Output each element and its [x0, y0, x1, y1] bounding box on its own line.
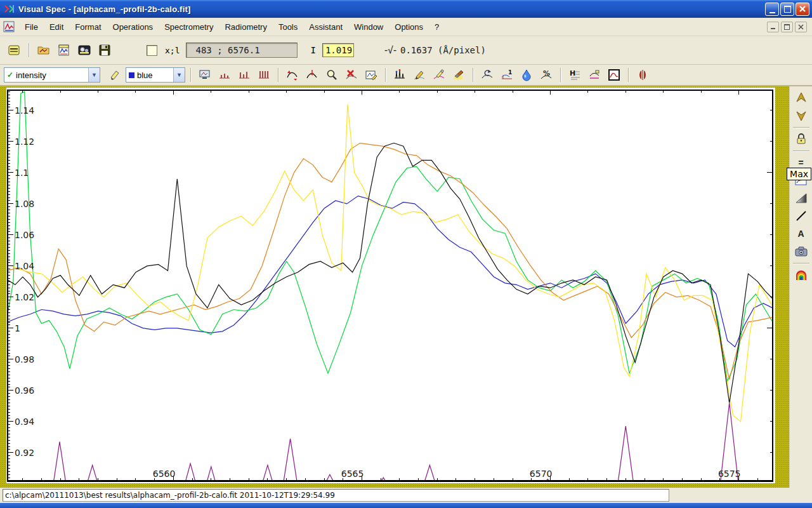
palette-icon[interactable] [793, 267, 809, 283]
menu-options[interactable]: Options [389, 20, 429, 34]
svg-text:0.94: 0.94 [15, 417, 34, 427]
chevron-down-icon[interactable]: ▼ [88, 68, 100, 82]
chevron-down-icon[interactable]: ▼ [173, 68, 185, 82]
arrow-down-icon[interactable] [793, 108, 809, 123]
svg-text:1: 1 [15, 323, 20, 333]
emission-lines-icon-3[interactable] [255, 66, 273, 84]
spectra-stack-icon[interactable] [5, 41, 23, 59]
gradient-icon[interactable] [793, 190, 809, 206]
toolbar-separator [385, 68, 386, 82]
water-drop-icon[interactable] [518, 66, 535, 84]
toolbar-separator [29, 43, 29, 57]
svg-text:0.96: 0.96 [15, 385, 34, 396]
series-toolbar: ✓intensity ▼ blue ▼ [0, 65, 812, 86]
menu-format[interactable]: Format [69, 20, 107, 34]
lock-icon[interactable] [793, 131, 809, 147]
brush-icon[interactable] [450, 66, 468, 84]
split-red-icon[interactable] [634, 66, 652, 84]
undo-curve-icon[interactable] [478, 66, 496, 84]
svg-text:6565: 6565 [341, 469, 364, 479]
delete-curve-icon[interactable] [343, 66, 360, 84]
svg-text:1.1: 1.1 [15, 168, 29, 178]
camera-icon[interactable] [793, 244, 809, 259]
mdi-close-icon [798, 24, 804, 30]
menu-window[interactable]: Window [348, 20, 389, 34]
minimize-button[interactable] [765, 3, 779, 16]
close-button[interactable] [796, 3, 809, 16]
percent-curve-icon[interactable]: % [537, 66, 555, 84]
emission-lines-icon-2[interactable] [235, 66, 253, 84]
fit-curve-icon[interactable] [284, 66, 301, 84]
svg-text:H: H [570, 69, 575, 77]
preview-frame-icon[interactable] [605, 66, 623, 84]
capture-icon[interactable] [75, 41, 93, 59]
eraser-pen-icon[interactable] [106, 66, 124, 84]
menu-tools[interactable]: Tools [273, 20, 303, 34]
menu-file[interactable]: File [19, 20, 44, 34]
dispersion-readout: -√- 0.1637 (Å/pixel) [383, 44, 486, 56]
line-tool-icon[interactable] [793, 208, 809, 224]
svg-text:1.14: 1.14 [15, 105, 34, 116]
open-profile-icon[interactable] [55, 41, 73, 59]
normalize-icon[interactable]: 1 [498, 66, 516, 84]
menu-operations[interactable]: Operations [107, 20, 159, 34]
peaks-icon[interactable] [391, 66, 409, 84]
intensity-label: I [310, 45, 315, 55]
draw-pencil-icon[interactable] [410, 66, 428, 84]
mdi-close-button[interactable] [795, 22, 807, 32]
header-icon[interactable]: H [566, 66, 584, 84]
toolbar-separator [190, 68, 191, 82]
svg-text:1.06: 1.06 [15, 230, 34, 240]
chart-frame: 0.920.940.960.9811.021.041.061.081.11.12… [0, 86, 789, 488]
text-tool-icon[interactable]: A [793, 226, 809, 241]
menu-assistant[interactable]: Assistant [303, 20, 348, 34]
svg-text:1.04: 1.04 [15, 261, 34, 271]
svg-text:1.12: 1.12 [15, 137, 34, 147]
spectrum-plot[interactable]: 0.920.940.960.9811.021.041.061.081.11.12… [0, 86, 789, 488]
panel-separator [793, 263, 809, 264]
edit-chart-icon[interactable] [362, 66, 380, 84]
status-file-path: c:\alpcam\20111013\best results\alphacam… [3, 489, 669, 502]
emission-lines-icon-1[interactable] [216, 66, 233, 84]
pick-pencil-icon[interactable] [430, 66, 448, 84]
open-folder-icon[interactable] [35, 41, 53, 59]
toolbar-separator [560, 68, 561, 82]
svg-text:6560: 6560 [153, 469, 176, 479]
series-select-value: intensity [16, 70, 46, 80]
mdi-restore-icon [784, 24, 790, 30]
main-area: 0.920.940.960.9811.021.041.061.081.11.12… [0, 86, 812, 488]
zoom-icon[interactable] [323, 66, 341, 84]
menu-bar: File Edit Format Operations Spectrometry… [0, 18, 812, 36]
main-toolbar: x;l 483 ; 6576.1 I 1.019 -√- 0.1637 (Å/p… [0, 36, 812, 65]
menu-help[interactable]: ? [429, 20, 445, 34]
arrow-up-icon[interactable] [793, 90, 809, 105]
minimize-icon [769, 10, 775, 13]
status-bar: c:\alpcam\20111013\best results\alphacam… [0, 488, 812, 503]
series-select[interactable]: ✓intensity ▼ [4, 67, 100, 83]
toolbar-separator [628, 68, 629, 82]
panel-separator [793, 127, 809, 128]
coord-mode-checkbox[interactable] [147, 45, 157, 56]
menu-radiometry[interactable]: Radiometry [219, 20, 272, 34]
restore-button[interactable] [780, 3, 794, 16]
shift-curve-icon[interactable] [303, 66, 321, 84]
display-icon[interactable] [196, 66, 214, 84]
baseline-icon[interactable] [586, 66, 603, 84]
svg-text:1: 1 [508, 69, 512, 76]
toolbar-separator [473, 68, 473, 82]
document-icon[interactable] [3, 20, 15, 33]
mdi-restore-button[interactable] [781, 22, 793, 32]
color-select[interactable]: blue ▼ [126, 67, 185, 83]
svg-text:%: % [543, 69, 550, 77]
mdi-minimize-button[interactable] [767, 22, 779, 32]
mdi-minimize-icon [771, 28, 775, 29]
color-select-value: blue [137, 70, 153, 80]
title-bar[interactable]: Visual Spec - [alphacam_-profil-2b-calo.… [0, 0, 812, 18]
save-icon[interactable] [96, 41, 114, 59]
window-title: Visual Spec - [alphacam_-profil-2b-calo.… [18, 4, 191, 14]
svg-text:1.08: 1.08 [15, 199, 34, 209]
menu-spectrometry[interactable]: Spectrometry [159, 20, 219, 34]
app-icon [4, 3, 15, 15]
window-bottom-border [0, 503, 812, 508]
menu-edit[interactable]: Edit [44, 20, 69, 34]
